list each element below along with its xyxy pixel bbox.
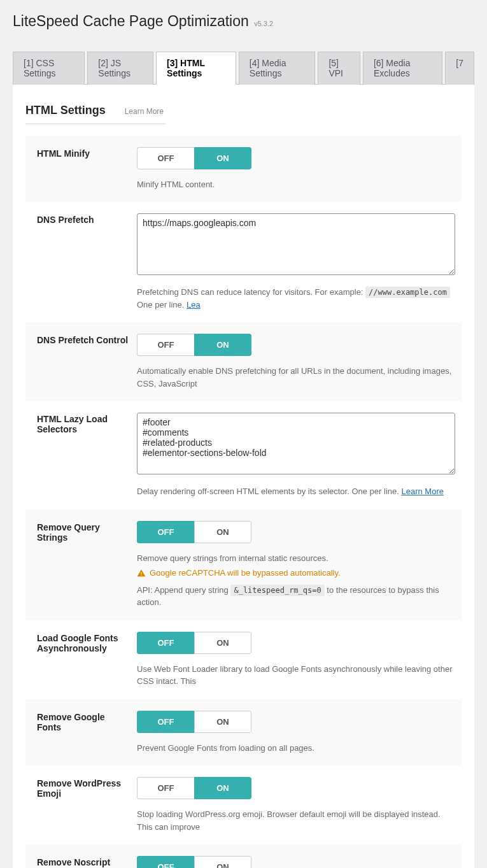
row-load-google-fonts-async: Load Google Fonts Asynchronously OFF ON … (25, 620, 462, 699)
toggle-off[interactable]: OFF (137, 334, 194, 356)
toggle-off[interactable]: OFF (137, 521, 194, 543)
settings-table: HTML Minify OFF ON Minify HTML content. … (25, 136, 462, 868)
tab-2[interactable]: [3] HTML Settings (156, 52, 236, 85)
desc-dns-prefetch: Prefetching DNS can reduce latency for v… (137, 286, 455, 311)
page-title: LiteSpeed Cache Page Optimization v5.3.2 (13, 6, 474, 39)
toggle-on[interactable]: ON (194, 334, 251, 356)
toggle-off[interactable]: OFF (137, 711, 194, 733)
toggle-on[interactable]: ON (194, 147, 251, 169)
learn-more-link[interactable]: Lea (187, 300, 201, 309)
row-remove-google-fonts: Remove Google Fonts OFF ON Prevent Googl… (25, 699, 462, 766)
toggle-on[interactable]: ON (194, 777, 251, 799)
label-html-minify: HTML Minify (25, 136, 137, 203)
code-api-qs: &_litespeed_rm_qs=0 (230, 585, 324, 596)
code-example-domain: //www.example.com (365, 287, 450, 298)
tab-3[interactable]: [4] Media Settings (239, 52, 316, 85)
toggle-remove-google-fonts: OFF ON (137, 711, 251, 733)
desc-load-google-fonts-async: Use Web Font Loader library to load Goog… (137, 663, 455, 688)
row-remove-query-strings: Remove Query Strings OFF ON Remove query… (25, 509, 462, 620)
label-remove-query-strings: Remove Query Strings (25, 509, 137, 620)
warning-icon (137, 569, 146, 578)
row-remove-noscript: Remove Noscript Tags OFF ON This option … (25, 844, 462, 868)
desc-remove-query-strings: Remove query strings from internal stati… (137, 552, 455, 609)
label-load-google-fonts-async: Load Google Fonts Asynchronously (25, 620, 137, 699)
toggle-load-google-fonts-async: OFF ON (137, 632, 251, 654)
tab-1[interactable]: [2] JS Settings (87, 52, 153, 85)
toggle-off[interactable]: OFF (137, 632, 194, 654)
label-remove-noscript: Remove Noscript Tags (25, 844, 137, 868)
section-title: HTML Settings (25, 104, 106, 117)
toggle-off[interactable]: OFF (137, 777, 194, 799)
tab-5[interactable]: [6] Media Excludes (363, 52, 442, 85)
row-html-lazy-load: HTML Lazy Load Selectors Delay rendering… (25, 401, 462, 509)
page-title-text: LiteSpeed Cache Page Optimization (13, 13, 249, 29)
toggle-on[interactable]: ON (194, 711, 251, 733)
label-remove-wp-emoji: Remove WordPress Emoji (25, 765, 137, 844)
label-dns-prefetch-control: DNS Prefetch Control (25, 322, 137, 401)
desc-html-lazy-load: Delay rendering off-screen HTML elements… (137, 485, 455, 498)
learn-more-link[interactable]: Learn More (401, 487, 443, 496)
toggle-off[interactable]: OFF (137, 856, 194, 868)
toggle-dns-prefetch-control: OFF ON (137, 334, 251, 356)
tab-4[interactable]: [5] VPI (318, 52, 360, 85)
desc-remove-wp-emoji: Stop loading WordPress.org emoji. Browse… (137, 808, 455, 833)
tab-0[interactable]: [1] CSS Settings (13, 52, 85, 85)
row-dns-prefetch-control: DNS Prefetch Control OFF ON Automaticall… (25, 322, 462, 401)
toggle-html-minify: OFF ON (137, 147, 251, 169)
toggle-remove-wp-emoji: OFF ON (137, 777, 251, 799)
html-lazy-load-textarea[interactable] (137, 413, 455, 474)
row-html-minify: HTML Minify OFF ON Minify HTML content. (25, 136, 462, 203)
toggle-on[interactable]: ON (194, 521, 251, 543)
nav-tabs: [1] CSS Settings[2] JS Settings[3] HTML … (13, 52, 474, 85)
desc-remove-google-fonts: Prevent Google Fonts from loading on all… (137, 742, 455, 755)
label-dns-prefetch: DNS Prefetch (25, 202, 137, 322)
learn-more-link[interactable]: Learn More (125, 107, 164, 116)
version-text: v5.3.2 (254, 20, 273, 27)
content-box: HTML Settings Learn More HTML Minify OFF… (13, 85, 474, 868)
row-dns-prefetch: DNS Prefetch Prefetching DNS can reduce … (25, 202, 462, 322)
toggle-on[interactable]: ON (194, 632, 251, 654)
toggle-remove-noscript: OFF ON (137, 856, 251, 868)
desc-dns-prefetch-control: Automatically enable DNS prefetching for… (137, 365, 455, 390)
label-html-lazy-load: HTML Lazy Load Selectors (25, 401, 137, 509)
toggle-off[interactable]: OFF (137, 147, 194, 169)
label-remove-google-fonts: Remove Google Fonts (25, 699, 137, 766)
toggle-remove-query-strings: OFF ON (137, 521, 251, 543)
desc-html-minify: Minify HTML content. (137, 178, 455, 191)
recaptcha-warning: Google reCAPTCHA will be bypassed automa… (137, 567, 341, 580)
toggle-on[interactable]: ON (194, 856, 251, 868)
section-header: HTML Settings Learn More (25, 104, 166, 124)
tab-6[interactable]: [7 (445, 52, 474, 85)
row-remove-wp-emoji: Remove WordPress Emoji OFF ON Stop loadi… (25, 765, 462, 844)
dns-prefetch-textarea[interactable] (137, 213, 455, 275)
